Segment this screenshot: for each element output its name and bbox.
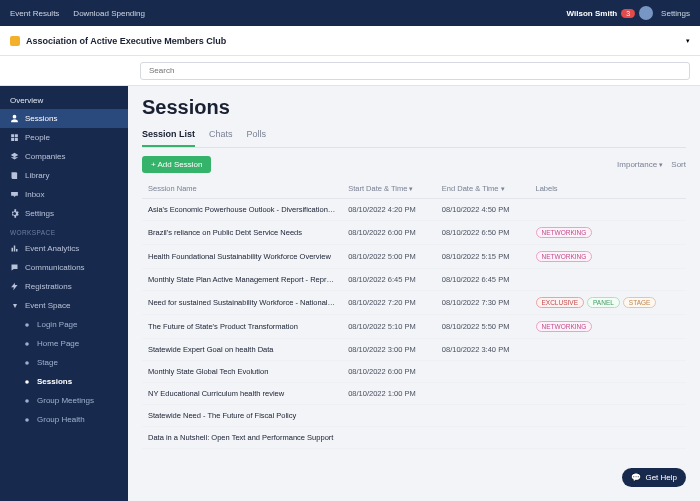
cell-tags [530, 269, 687, 291]
sidebar-tab-overview[interactable]: Overview [0, 92, 128, 109]
sidebar-item-people[interactable]: People [0, 128, 128, 147]
notification-badge: 3 [621, 9, 635, 18]
sidebar-item-label: Event Space [25, 301, 70, 310]
table-row[interactable]: Need for sustained Sustainability Workfo… [142, 291, 686, 315]
sidebar-item-event-space[interactable]: ▾ Event Space [0, 296, 128, 315]
sidebar-item-label: Settings [25, 209, 54, 218]
inbox-icon [10, 190, 19, 199]
table-row[interactable]: Statewide Need - The Future of Fiscal Po… [142, 405, 686, 427]
sidebar-item-inbox[interactable]: Inbox [0, 185, 128, 204]
svg-point-3 [25, 380, 29, 384]
cell-name: Brazil's reliance on Public Debt Service… [142, 221, 342, 245]
sidebar-sub-login-page[interactable]: Login Page [0, 315, 128, 334]
sidebar-sub-stage[interactable]: Stage [0, 353, 128, 372]
col-labels[interactable]: Labels [530, 179, 687, 199]
cell-start: 08/10/2022 1:00 PM [342, 383, 436, 405]
table-row[interactable]: The Future of State's Product Transforma… [142, 315, 686, 339]
table-row[interactable]: NY Educational Curriculum health review0… [142, 383, 686, 405]
sidebar-item-label: Library [25, 171, 49, 180]
main: Overview SessionsPeopleCompaniesLibraryI… [0, 86, 700, 501]
sidebar-sub-sessions[interactable]: Sessions [0, 372, 128, 391]
svg-point-4 [25, 399, 29, 403]
sort-toggle[interactable]: Sort [671, 160, 686, 169]
sidebar-sub-group-health[interactable]: Group Health [0, 410, 128, 429]
table-row[interactable]: Monthly State Plan Active Management Rep… [142, 269, 686, 291]
top-link-spending[interactable]: Download Spending [73, 9, 145, 18]
user-chip[interactable]: Wilson Smith 3 [567, 6, 654, 20]
cell-name: Health Foundational Sustainability Workf… [142, 245, 342, 269]
dot-icon [22, 320, 31, 329]
table-row[interactable]: Asia's Economic Powerhouse Outlook - Div… [142, 199, 686, 221]
add-session-button[interactable]: + Add Session [142, 156, 211, 173]
cell-name: Monthly State Plan Active Management Rep… [142, 269, 342, 291]
sidebar-group-workspace: Workspace [0, 223, 128, 239]
sidebar-item-registrations[interactable]: Registrations [0, 277, 128, 296]
svg-point-1 [25, 342, 29, 346]
table-row[interactable]: Data in a Nutshell: Open Text and Perfor… [142, 427, 686, 449]
cell-start: 08/10/2022 5:10 PM [342, 315, 436, 339]
cell-end: 08/10/2022 4:50 PM [436, 199, 530, 221]
table-row[interactable]: Monthly State Global Tech Evolution08/10… [142, 361, 686, 383]
cell-end: 08/10/2022 5:50 PM [436, 315, 530, 339]
sidebar-sub-group-meetings[interactable]: Group Meetings [0, 391, 128, 410]
dot-icon [22, 358, 31, 367]
sidebar-item-event-analytics[interactable]: Event Analytics [0, 239, 128, 258]
cell-start [342, 427, 436, 449]
filter-bar: Importance ▾ Sort [617, 160, 686, 169]
sidebar-sub-home-page[interactable]: Home Page [0, 334, 128, 353]
chat-icon [10, 263, 19, 272]
cell-tags: NETWORKING [530, 245, 687, 269]
cell-name: Asia's Economic Powerhouse Outlook - Div… [142, 199, 342, 221]
layers-icon [10, 152, 19, 161]
sidebar-item-communications[interactable]: Communications [0, 258, 128, 277]
svg-point-2 [25, 361, 29, 365]
cell-end: 08/10/2022 6:45 PM [436, 269, 530, 291]
cell-start: 08/10/2022 6:45 PM [342, 269, 436, 291]
sidebar-item-companies[interactable]: Companies [0, 147, 128, 166]
sidebar-sub-label: Home Page [37, 339, 79, 348]
cell-tags [530, 405, 687, 427]
tab-chats[interactable]: Chats [209, 125, 233, 147]
cell-start: 08/10/2022 3:00 PM [342, 339, 436, 361]
tab-session-list[interactable]: Session List [142, 125, 195, 147]
table-row[interactable]: Statewide Expert Goal on health Data08/1… [142, 339, 686, 361]
sidebar-sub-label: Sessions [37, 377, 72, 386]
table-row[interactable]: Brazil's reliance on Public Debt Service… [142, 221, 686, 245]
col-end[interactable]: End Date & Time ▾ [436, 179, 530, 199]
col-session-name[interactable]: Session Name [142, 179, 342, 199]
table-row[interactable]: Health Foundational Sustainability Workf… [142, 245, 686, 269]
book-icon [10, 171, 19, 180]
chevron-down-icon[interactable]: ▾ [686, 37, 690, 45]
content-area: Sessions Session List Chats Polls + Add … [128, 86, 700, 501]
settings-link[interactable]: Settings [661, 9, 690, 18]
chart-icon [10, 244, 19, 253]
topbar-right: Wilson Smith 3 Settings [567, 6, 690, 20]
help-button[interactable]: 💬 Get Help [622, 468, 686, 487]
sidebar-item-sessions[interactable]: Sessions [0, 109, 128, 128]
cell-start: 08/10/2022 6:00 PM [342, 361, 436, 383]
app-root: Event Results Download Spending Wilson S… [0, 0, 700, 501]
lightning-icon [10, 282, 19, 291]
sidebar-item-label: Event Analytics [25, 244, 79, 253]
search-input[interactable] [140, 62, 690, 80]
dot-icon [22, 377, 31, 386]
sidebar-item-settings[interactable]: Settings [0, 204, 128, 223]
col-start[interactable]: Start Date & Time ▾ [342, 179, 436, 199]
filter-importance[interactable]: Importance ▾ [617, 160, 663, 169]
cell-tags: EXCLUSIVEPANELSTAGE [530, 291, 687, 315]
cell-name: Data in a Nutshell: Open Text and Perfor… [142, 427, 342, 449]
top-link-results[interactable]: Event Results [10, 9, 59, 18]
sidebar-item-label: Communications [25, 263, 85, 272]
topbar-left: Event Results Download Spending [10, 9, 145, 18]
sidebar: Overview SessionsPeopleCompaniesLibraryI… [0, 86, 128, 501]
help-icon: 💬 [631, 473, 641, 482]
tabs: Session List Chats Polls [142, 125, 686, 148]
dot-icon [22, 396, 31, 405]
cell-end: 08/10/2022 6:50 PM [436, 221, 530, 245]
sidebar-item-label: Sessions [25, 114, 57, 123]
chevron-down-icon: ▾ [659, 161, 663, 168]
sidebar-item-library[interactable]: Library [0, 166, 128, 185]
cell-tags: NETWORKING [530, 315, 687, 339]
tab-polls[interactable]: Polls [247, 125, 267, 147]
cell-end: 08/10/2022 7:30 PM [436, 291, 530, 315]
